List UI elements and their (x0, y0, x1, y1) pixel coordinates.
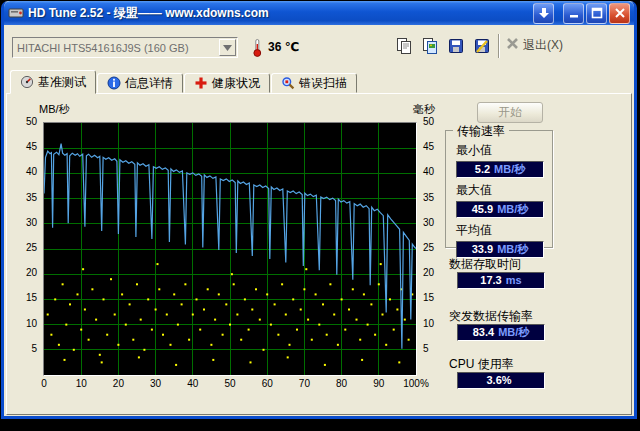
magnifier-icon (281, 76, 295, 90)
axis-tick: 35 (11, 192, 39, 203)
axis-tick: 30 (421, 217, 447, 228)
axis-tick: 35 (421, 192, 447, 203)
temperature-value: 36 ℃ (268, 40, 299, 54)
axis-tick: 20 (11, 267, 39, 278)
copy-text-button[interactable] (392, 34, 416, 58)
desktop: { "window": { "title": "HD Tune 2.52 - 绿… (0, 0, 640, 431)
burst-rate-unit: MB/秒 (498, 326, 529, 338)
avg-label: 平均值 (456, 222, 552, 239)
axis-tick: 50 (421, 116, 447, 127)
axis-tick: 50 (11, 116, 39, 127)
axis-tick: 15 (421, 292, 447, 303)
cpu-usage-value-field: 3.6% (457, 372, 545, 389)
tab-label: 健康状况 (212, 75, 260, 92)
min-unit: MB/秒 (494, 163, 525, 175)
max-unit: MB/秒 (497, 203, 528, 215)
hdtune-window: HD Tune 2.52 - 绿盟—— www.xdowns.com HITAC… (1, 1, 637, 419)
min-label: 最小值 (456, 142, 552, 159)
axis-tick: 45 (421, 141, 447, 152)
toolbar: HITACHI HTS541616J9S (160 GB) 36 ℃ 退出(X) (4, 25, 634, 69)
transfer-rate-group-title: 传输速率 (453, 123, 509, 140)
burst-rate-value: 83.4 (473, 326, 494, 338)
axis-tick: 10 (421, 318, 447, 329)
min-value: 5.2 (475, 163, 490, 175)
benchmark-chart (43, 122, 417, 376)
save-text-button[interactable] (444, 34, 468, 58)
exit-button[interactable]: 退出(X) (506, 36, 563, 54)
tab-label: 基准测试 (38, 74, 86, 91)
axis-tick: 40 (11, 166, 39, 177)
transfer-rate-group: 传输速率 最小值 5.2MB/秒 最大值 45.9MB/秒 平均值 33.9MB… (445, 130, 553, 248)
axis-tick: 80 (336, 378, 347, 389)
tab-label: 错误扫描 (299, 75, 347, 92)
cpu-usage-label: CPU 使用率 (449, 356, 514, 373)
access-time-label: 数据存取时间 (449, 256, 521, 273)
axis-tick: 5 (11, 343, 39, 354)
axis-tick: 90 (373, 378, 384, 389)
access-time-unit: ms (506, 274, 522, 286)
burst-rate-label: 突发数据传输率 (449, 308, 533, 325)
minimize-button[interactable] (563, 3, 584, 24)
axis-tick: 60 (262, 378, 273, 389)
access-time-value-field: 17.3ms (457, 272, 545, 289)
exit-icon (506, 36, 519, 54)
axis-tick: 50 (224, 378, 235, 389)
tab-info[interactable]: 信息详情 (97, 73, 183, 93)
title-bar[interactable]: HD Tune 2.52 - 绿盟—— www.xdowns.com (4, 1, 634, 25)
axis-tick: 30 (11, 217, 39, 228)
tab-label: 信息详情 (125, 75, 173, 92)
axis-tick: 20 (113, 378, 124, 389)
drive-select-value: HITACHI HTS541616J9S (160 GB) (13, 42, 218, 54)
benchmark-icon (20, 75, 34, 89)
min-value-field: 5.2MB/秒 (456, 161, 544, 178)
axis-tick: 40 (421, 166, 447, 177)
tab-health[interactable]: 健康状况 (184, 73, 270, 93)
app-icon (8, 5, 24, 21)
axis-tick: 10 (76, 378, 87, 389)
maximize-button[interactable] (586, 3, 607, 24)
x-axis-ticks: 0102030405060708090100% (44, 378, 416, 390)
benchmark-page: MB/秒 毫秒 5045403530252015105 504540353025… (6, 93, 632, 415)
cpu-usage-value: 3.6% (486, 374, 511, 386)
axis-tick: 0 (41, 378, 47, 389)
health-cross-icon (194, 76, 208, 90)
axis-tick: 10 (11, 318, 39, 329)
axis-tick: 15 (11, 292, 39, 303)
axis-tick: 5 (421, 343, 447, 354)
left-axis-ticks: 5045403530252015105 (11, 122, 39, 374)
window-title: HD Tune 2.52 - 绿盟—— www.xdowns.com (28, 5, 531, 22)
tab-bar: 基准测试 信息详情 健康状况 错误扫描 (4, 69, 634, 93)
access-time-value: 17.3 (480, 274, 501, 286)
tab-error-scan[interactable]: 错误扫描 (271, 73, 357, 93)
axis-tick: 20 (421, 267, 447, 278)
max-value: 45.9 (472, 203, 493, 215)
axis-tick: 30 (150, 378, 161, 389)
chevron-down-icon[interactable] (219, 39, 236, 56)
toolbar-separator (498, 34, 500, 58)
max-value-field: 45.9MB/秒 (456, 201, 544, 218)
avg-unit: MB/秒 (497, 243, 528, 255)
info-icon (107, 76, 121, 90)
left-axis-label: MB/秒 (39, 102, 70, 117)
exit-label: 退出(X) (523, 37, 563, 54)
right-axis-label: 毫秒 (413, 102, 435, 117)
axis-tick: 70 (299, 378, 310, 389)
axis-tick: 100% (403, 378, 429, 389)
axis-tick: 40 (187, 378, 198, 389)
save-image-button[interactable] (470, 34, 494, 58)
burst-rate-value-field: 83.4MB/秒 (457, 324, 545, 341)
close-button[interactable] (609, 3, 630, 24)
avg-value: 33.9 (472, 243, 493, 255)
drive-select[interactable]: HITACHI HTS541616J9S (160 GB) (12, 37, 238, 58)
right-axis-ticks: 5045403530252015105 (421, 122, 447, 374)
start-button[interactable]: 开始 (477, 102, 543, 123)
tab-benchmark[interactable]: 基准测试 (10, 70, 96, 94)
thermometer-icon (252, 38, 263, 61)
benchmark-chart-svg (44, 123, 416, 375)
axis-tick: 25 (11, 242, 39, 253)
axis-tick: 45 (11, 141, 39, 152)
axis-tick: 25 (421, 242, 447, 253)
copy-image-button[interactable] (418, 34, 442, 58)
max-label: 最大值 (456, 182, 552, 199)
download-button[interactable] (533, 3, 554, 24)
